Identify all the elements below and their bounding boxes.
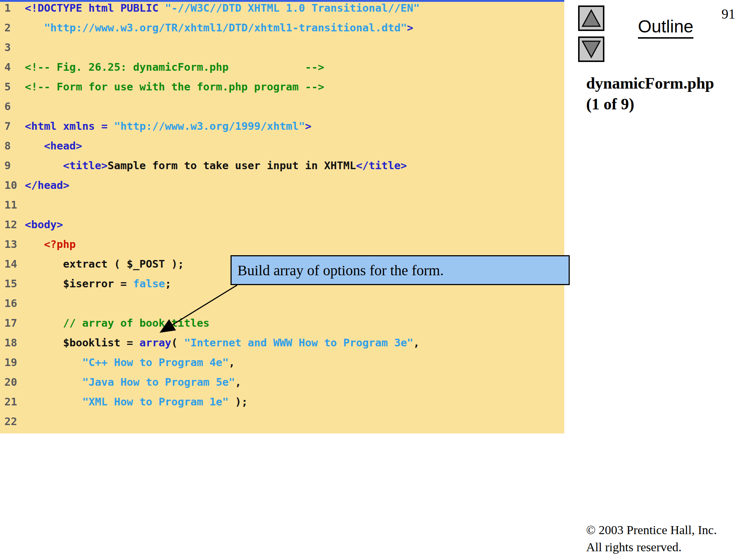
document-title: dynamicForm.php (1 of 9) [586,73,739,114]
code-text: // array of book titles [25,313,564,333]
code-text: </head> [25,175,564,195]
code-text [25,412,564,431]
code-line: 12<body> [0,215,564,234]
line-number: 22 [0,412,25,431]
code-line: 4<!-- Fig. 26.25: dynamicForm.php --> [0,57,564,77]
annotation-arrow [153,281,244,339]
code-text: <title>Sample form to take user input in… [25,156,564,175]
outline-next-button[interactable] [578,36,604,62]
line-number: 10 [0,175,25,195]
line-number: 13 [0,234,25,254]
code-line: 18 $booklist = array( "Internet and WWW … [0,333,564,353]
up-arrow-icon [581,9,601,28]
code-text: "http://www.w3.org/TR/xhtml1/DTD/xhtml1-… [25,18,564,38]
code-line: 3 [0,38,564,57]
code-text: <body> [25,215,564,234]
code-text: <!DOCTYPE html PUBLIC "-//W3C//DTD XHTML… [25,0,564,18]
code-line: 19 "C++ How to Program 4e", [0,353,564,372]
line-number: 5 [0,77,25,97]
line-number: 21 [0,392,25,412]
code-line: 6 [0,97,564,116]
line-number: 11 [0,195,25,215]
slide: { "page": { "number": "91" }, "outline":… [0,0,747,560]
code-line: 1<!DOCTYPE html PUBLIC "-//W3C//DTD XHTM… [0,0,564,18]
line-number: 9 [0,156,25,175]
code-text [25,97,564,116]
line-number: 16 [0,293,25,313]
line-number: 18 [0,333,25,353]
code-text [25,195,564,215]
code-line: 11 [0,195,564,215]
line-number: 14 [0,254,25,274]
code-line: 13 <?php [0,234,564,254]
page-number: 91 [721,6,735,22]
code-text: "C++ How to Program 4e", [25,353,564,372]
document-title-line2: (1 of 9) [586,94,739,114]
code-text: <?php [25,234,564,254]
line-number: 4 [0,57,25,77]
line-number: 6 [0,97,25,116]
line-number: 20 [0,372,25,392]
copyright-line2: All rights reserved. [586,538,739,556]
copyright-line1: © 2003 Prentice Hall, Inc. [586,521,739,538]
code-line: 5<!-- Form for use with the form.php pro… [0,77,564,97]
annotation-text: Build array of options for the form. [237,262,444,279]
line-number: 7 [0,116,25,136]
line-number: 1 [0,0,25,18]
code-line: 21 "XML How to Program 1e" ); [0,392,564,412]
outline-prev-button[interactable] [578,5,604,31]
code-line: 9 <title>Sample form to take user input … [0,156,564,175]
code-panel: 1<!DOCTYPE html PUBLIC "-//W3C//DTD XHTM… [0,2,564,433]
code-line: 2 "http://www.w3.org/TR/xhtml1/DTD/xhtml… [0,18,564,38]
line-number: 17 [0,313,25,333]
annotation-callout: Build array of options for the form. [231,255,570,285]
line-number: 3 [0,38,25,57]
code-listing: 1<!DOCTYPE html PUBLIC "-//W3C//DTD XHTM… [0,0,564,431]
code-text: <!-- Fig. 26.25: dynamicForm.php --> [25,57,564,77]
line-number: 8 [0,136,25,156]
code-line: 7<html xmlns = "http://www.w3.org/1999/x… [0,116,564,136]
line-number: 19 [0,353,25,372]
line-number: 12 [0,215,25,234]
line-number: 15 [0,274,25,293]
code-text: "XML How to Program 1e" ); [25,392,564,412]
code-text [25,293,564,313]
outline-heading: Outline [616,16,715,36]
code-line: 22 [0,412,564,431]
code-text [25,38,564,57]
copyright-notice: © 2003 Prentice Hall, Inc. All rights re… [586,521,739,556]
code-text: <!-- Form for use with the form.php prog… [25,77,564,97]
code-line: 10</head> [0,175,564,195]
line-number: 2 [0,18,25,38]
code-text: <head> [25,136,564,156]
code-line: 8 <head> [0,136,564,156]
code-text: "Java How to Program 5e", [25,372,564,392]
code-line: 20 "Java How to Program 5e", [0,372,564,392]
document-title-line1: dynamicForm.php [586,73,739,94]
outline-heading-text: Outline [638,17,693,39]
code-text: <html xmlns = "http://www.w3.org/1999/xh… [25,116,564,136]
down-arrow-icon [581,40,601,59]
code-line: 17 // array of book titles [0,313,564,333]
code-text: $booklist = array( "Internet and WWW How… [25,333,564,353]
code-line: 16 [0,293,564,313]
